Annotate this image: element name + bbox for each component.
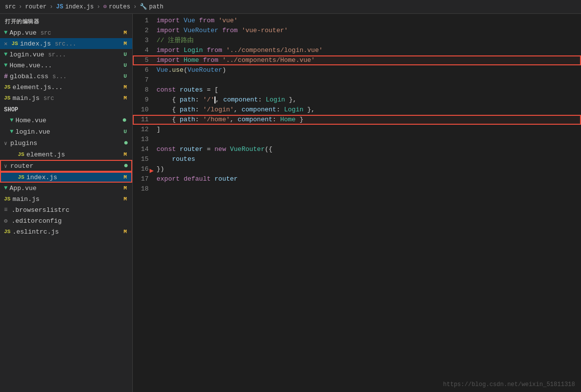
line-content: ]: [157, 125, 581, 135]
badge-m: M: [122, 185, 128, 191]
filename: index.js src...: [20, 40, 120, 48]
sidebar-item-element-js-shop[interactable]: JS element.js M: [0, 149, 132, 160]
vue-icon: ▼: [4, 51, 7, 58]
badge-m: M: [122, 41, 128, 47]
editor-area: 1 import Vue from 'vue' 2 import VueRout…: [133, 14, 581, 392]
list-icon: ≡: [4, 206, 7, 213]
filename: element.js...: [12, 84, 120, 91]
code-line-15: 15 routes: [133, 154, 581, 164]
code-line-2: 2 import VueRouter from 'vue-router': [133, 26, 581, 36]
line-number: 11: [133, 115, 157, 125]
sidebar-item-index-js[interactable]: ✕ JS index.js src... M: [0, 38, 132, 49]
code-container[interactable]: 1 import Vue from 'vue' 2 import VueRout…: [133, 14, 581, 392]
line-number: 13: [133, 135, 157, 145]
code-line-18: 18: [133, 184, 581, 194]
code-line-14: 14 const router = new VueRouter({: [133, 145, 581, 154]
sidebar-item-router-folder[interactable]: ∨ router ●: [0, 160, 132, 172]
code-line-10: 10 { path: '/login', component: Login },: [133, 105, 581, 115]
bc-js-icon: JS: [56, 3, 63, 10]
sidebar-item-index-js-router[interactable]: JS index.js M: [0, 172, 132, 183]
sidebar: 打开的编辑器 ▼ App.vue src M ✕ JS index.js src…: [0, 14, 133, 392]
js-icon: JS: [18, 151, 24, 157]
sidebar-item-browserslistrc[interactable]: ≡ .browserslistrc: [0, 204, 132, 215]
line-number: 7: [133, 75, 157, 85]
code-line-9: 9 { path: '/', component: Login },: [133, 95, 581, 105]
sidebar-item-main-js[interactable]: JS main.js src M: [0, 93, 132, 103]
sidebar-item-main-js-shop[interactable]: JS main.js M: [0, 194, 132, 204]
filename: Home.vue...: [9, 62, 120, 69]
vue-icon: ▼: [4, 185, 7, 192]
badge-dot: ●: [123, 139, 128, 147]
filename: .eslintrc.js: [12, 228, 120, 236]
js-icon: JS: [4, 95, 10, 101]
folder-name: router: [10, 162, 122, 170]
close-icon[interactable]: ✕: [4, 40, 7, 48]
sidebar-item-login-vue[interactable]: ▼ login.vue sr... U: [0, 49, 132, 60]
vue-icon: ▼: [10, 117, 13, 124]
line-number: 12: [133, 125, 157, 135]
line-number: 8: [133, 85, 157, 95]
line-content: routes: [157, 154, 581, 164]
sidebar-item-global-css[interactable]: # global.css s... U: [0, 71, 132, 82]
sidebar-item-app-vue-shop[interactable]: ▼ App.vue M: [0, 183, 132, 194]
sidebar-item-editorconfig[interactable]: ⚙ .editorconfig: [0, 215, 132, 226]
line-number: 15: [133, 154, 157, 164]
code-line-5: 5 import Home from '../components/Home.v…: [133, 55, 581, 65]
gear-icon: ⚙: [4, 217, 7, 225]
line-number: 10: [133, 105, 157, 115]
line-content: { path: '/', component: Login },: [157, 95, 581, 105]
bc-src: src: [5, 3, 16, 10]
breadcrumb-bar: src › router › JS index.js › ⊙ routes › …: [0, 0, 581, 14]
filename: App.vue: [9, 185, 120, 192]
sidebar-item-plugins-folder[interactable]: ∨ plugins ●: [0, 137, 132, 149]
code-line-1: 1 import Vue from 'vue': [133, 16, 581, 26]
hash-icon: #: [4, 73, 8, 80]
bc-sep1: ›: [19, 3, 22, 10]
line-content: import VueRouter from 'vue-router': [157, 26, 581, 36]
sidebar-item-eslintrc-js[interactable]: JS .eslintrc.js M: [0, 226, 132, 237]
line-number: 6: [133, 65, 157, 75]
line-content: import Vue from 'vue': [157, 16, 581, 26]
filename: .browserslistrc: [11, 206, 128, 214]
filename: index.js: [26, 174, 120, 181]
badge-m: M: [122, 30, 128, 36]
chevron-icon: ∨: [4, 140, 7, 147]
filename: Home.vue: [15, 117, 118, 124]
bc-routes-icon: ⊙: [103, 3, 106, 10]
code-line-16: 16 ▶ }): [133, 164, 581, 174]
filename: main.js: [12, 196, 120, 203]
badge-m: M: [122, 174, 128, 180]
watermark: https://blog.csdn.net/weixin_51811318: [443, 381, 575, 388]
line-content: Vue.use(VueRouter): [157, 65, 581, 75]
sidebar-item-login-vue-shop[interactable]: ▼ login.vue U: [0, 126, 132, 137]
line-content: const router = new VueRouter({: [157, 145, 581, 154]
badge-dot: ●: [123, 161, 128, 170]
line-number: 17: [133, 174, 157, 184]
sidebar-item-home-vue-shop[interactable]: ▼ Home.vue ●: [0, 114, 132, 126]
code-line-7: 7: [133, 75, 581, 85]
badge-u: U: [122, 62, 128, 68]
bc-routes: routes: [109, 3, 130, 10]
bc-sep4: ›: [133, 3, 137, 10]
badge-m: M: [122, 95, 128, 101]
line-number: 14: [133, 145, 157, 154]
line-number: 2: [133, 26, 157, 36]
line-content: // 注册路由: [157, 36, 581, 46]
sidebar-item-element-js[interactable]: JS element.js... M: [0, 82, 132, 93]
js-icon: JS: [4, 84, 10, 90]
bc-sep2: ›: [50, 3, 53, 10]
filename: login.vue: [15, 128, 120, 136]
bc-router: router: [25, 3, 47, 10]
sidebar-item-home-vue[interactable]: ▼ Home.vue... U: [0, 60, 132, 71]
sidebar-item-app-vue[interactable]: ▼ App.vue src M: [0, 27, 132, 38]
badge-m: M: [122, 229, 128, 235]
line-content: { path: '/home', component: Home }: [157, 115, 581, 125]
line-content: export default router: [157, 174, 581, 184]
filename: App.vue src: [9, 29, 120, 37]
main-layout: 打开的编辑器 ▼ App.vue src M ✕ JS index.js src…: [0, 14, 581, 392]
line-content: import Login from '../components/login.v…: [157, 46, 581, 55]
js-icon: JS: [11, 41, 18, 47]
folder-name: plugins: [10, 140, 122, 147]
line-number: 4: [133, 46, 157, 55]
badge-m: M: [122, 196, 128, 202]
